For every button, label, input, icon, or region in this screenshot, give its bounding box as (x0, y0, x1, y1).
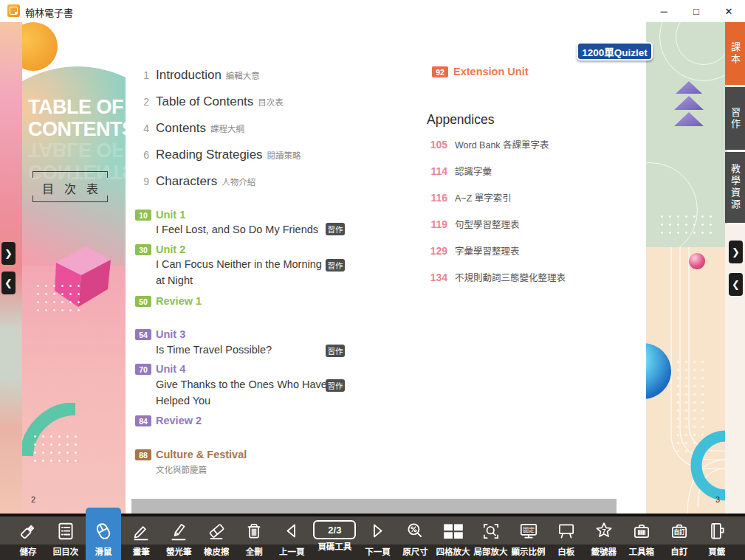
usb-save-icon (17, 518, 39, 545)
unit4-page-badge[interactable]: 70 (135, 364, 151, 375)
zoom-percent-icon (405, 518, 425, 545)
dot-grid-decoration (31, 432, 80, 462)
title-bar: 翰林電子書 ─ □ ✕ (0, 0, 745, 22)
tool-display-ratio[interactable]: 固定 顯示比例 (511, 516, 546, 560)
green-panel-decoration (646, 22, 727, 247)
pen-icon (131, 518, 151, 545)
unit1-title[interactable]: Unit 1 (156, 209, 185, 221)
dot-grid-decoration (34, 282, 83, 311)
tool-delete-all[interactable]: 全刪 (236, 516, 272, 560)
unit2-line1: I Can Focus Neither in the Morning Nor (156, 258, 342, 270)
unit1-workbook-chip[interactable]: 習作 (326, 223, 345, 235)
unit3-title[interactable]: Unit 3 (156, 328, 185, 340)
unit2-workbook-chip[interactable]: 習作 (326, 259, 345, 272)
quizlet-button[interactable]: 1200單Quizlet (577, 42, 653, 61)
tool-mouse[interactable]: 滑鼠 (86, 508, 121, 560)
unit3-line1: Is Time Travel Possible? (156, 344, 272, 356)
appendices-heading: Appendices (427, 112, 494, 128)
display-ratio-icon: 固定 (518, 518, 540, 545)
appendix-row-az-index[interactable]: 116 A~Z 單字索引 (427, 190, 512, 204)
app-logo-icon (7, 4, 20, 17)
review2-page-badge[interactable]: 84 (135, 415, 151, 426)
custom-toolbox-icon: 自訂 (668, 518, 690, 545)
left-next-arrow-button[interactable]: ❯ (1, 242, 16, 265)
appendix-row-sentence-patterns[interactable]: 119 句型學習整理表 (427, 217, 520, 231)
appendix-row-irregular-verbs[interactable]: 134 不規則動詞三態變化整理表 (427, 270, 566, 284)
tool-whiteboard[interactable]: 白板 (549, 516, 584, 560)
toc-page-number: 1 (134, 69, 149, 81)
unit1-page-badge[interactable]: 10 (135, 210, 151, 221)
unit3-page-badge[interactable]: 54 (135, 329, 151, 340)
tool-page-number[interactable]: 2/3 頁碼工具 (312, 516, 357, 560)
right-page-artwork: 3 (646, 22, 727, 516)
left-prev-arrow-button[interactable]: ❮ (1, 272, 16, 294)
prev-page-icon (282, 518, 301, 545)
maximize-button[interactable]: □ (680, 0, 713, 22)
right-page-number: 3 (715, 495, 720, 504)
minimize-button[interactable]: ─ (648, 0, 680, 22)
pink-sphere-decoration (689, 253, 705, 269)
unit3-workbook-chip[interactable]: 習作 (326, 345, 345, 357)
tool-pen[interactable]: 畫筆 (123, 516, 159, 560)
extension-page-badge[interactable]: 92 (432, 66, 448, 77)
left-page-number: 2 (31, 495, 35, 504)
tool-area-zoom[interactable]: 局部放大 (473, 516, 509, 560)
right-strip-background (725, 224, 745, 516)
side-tab-workbook[interactable]: 習作 (725, 87, 745, 150)
tool-highlighter[interactable]: 螢光筆 (161, 516, 196, 560)
toc-row-introduction[interactable]: 1 Introduction 編輯大意 (134, 68, 260, 83)
close-button[interactable]: ✕ (713, 0, 745, 22)
whiteboard-icon (556, 518, 577, 545)
review1-page-badge[interactable]: 50 (135, 296, 151, 307)
tool-next-page[interactable]: 下一頁 (360, 516, 395, 560)
toc-row-characters[interactable]: 9 Characters 人物介紹 (134, 174, 255, 189)
culture-title[interactable]: Culture & Festival (156, 449, 247, 460)
tool-toolbox[interactable]: 工具箱 (624, 516, 659, 560)
page-number-box[interactable]: 2/3 (313, 520, 356, 539)
star-number-icon: 7 (593, 518, 615, 545)
unit4-line1: Give Thanks to the Ones Who Have (156, 378, 327, 390)
appendix-row-vocab-summary[interactable]: 129 字彙學習整理表 (427, 243, 520, 257)
tool-back-to-toc[interactable]: 回目次 (48, 516, 83, 560)
toc-chinese-title: 目次表 (32, 179, 118, 197)
right-prev-arrow-button[interactable]: ❮ (729, 273, 743, 296)
window-title: 翰林電子書 (25, 5, 73, 19)
toc-banner-line2: CONTENTS (28, 118, 124, 140)
tool-prev-page[interactable]: 上一頁 (274, 516, 309, 560)
tool-save[interactable]: 儲存 (10, 516, 46, 560)
appendix-row-word-bank[interactable]: 105 Word Bank 各課單字表 (427, 137, 549, 151)
tool-eraser[interactable]: 橡皮擦 (199, 516, 234, 560)
toc-row-reading-strategies[interactable]: 6 Reading Strategies 閱讀策略 (134, 148, 301, 162)
toc-banner-line1: TABLE OF (28, 96, 124, 118)
toc-row-contents[interactable]: 4 Contents 課程大綱 (134, 121, 244, 136)
tool-number-picker[interactable]: 7 籤號器 (586, 516, 622, 560)
tool-custom[interactable]: 自訂 自訂 (662, 516, 697, 560)
side-tab-resources[interactable]: 教學資源 (725, 152, 745, 223)
tool-page-tabs[interactable]: 頁籤 (699, 516, 735, 560)
horizontal-scrollbar[interactable] (131, 499, 617, 514)
toc-subtitle: 編輯大意 (226, 69, 260, 81)
right-next-arrow-button[interactable]: ❯ (729, 241, 743, 263)
next-page-icon (368, 518, 387, 545)
side-tab-textbook[interactable]: 課本 (725, 22, 745, 85)
toc-title: Introduction (156, 68, 222, 83)
toc-banner-title: TABLE OF CONTENTS (28, 96, 124, 140)
extension-title[interactable]: Extension Unit (453, 66, 529, 77)
culture-page-badge[interactable]: 88 (135, 449, 151, 460)
left-decorative-strip (0, 22, 22, 516)
culture-subtitle: 文化與節慶篇 (156, 463, 207, 475)
review2-title[interactable]: Review 2 (156, 415, 202, 426)
unit2-page-badge[interactable]: 30 (135, 244, 151, 255)
tool-original-size[interactable]: 原尺寸 (397, 516, 433, 560)
unit2-title[interactable]: Unit 2 (156, 243, 185, 255)
unit4-workbook-chip[interactable]: 習作 (326, 379, 345, 392)
review1-title[interactable]: Review 1 (156, 295, 202, 307)
unit4-title[interactable]: Unit 4 (156, 363, 185, 375)
tool-quad-zoom[interactable]: 四格放大 (436, 516, 471, 560)
app-window: 翰林電子書 ─ □ ✕ TABLE OF CONTENTS CONTENTS T… (0, 0, 745, 560)
page-tab-icon (707, 518, 727, 545)
svg-text:7: 7 (602, 528, 605, 535)
left-page-artwork: TABLE OF CONTENTS CONTENTS TABLE OF 目次表 (22, 22, 126, 516)
appendix-row-vocabulary[interactable]: 114 認識字彙 (427, 164, 492, 178)
toc-row-table-of-contents[interactable]: 2 Table of Contents 目次表 (134, 94, 284, 109)
